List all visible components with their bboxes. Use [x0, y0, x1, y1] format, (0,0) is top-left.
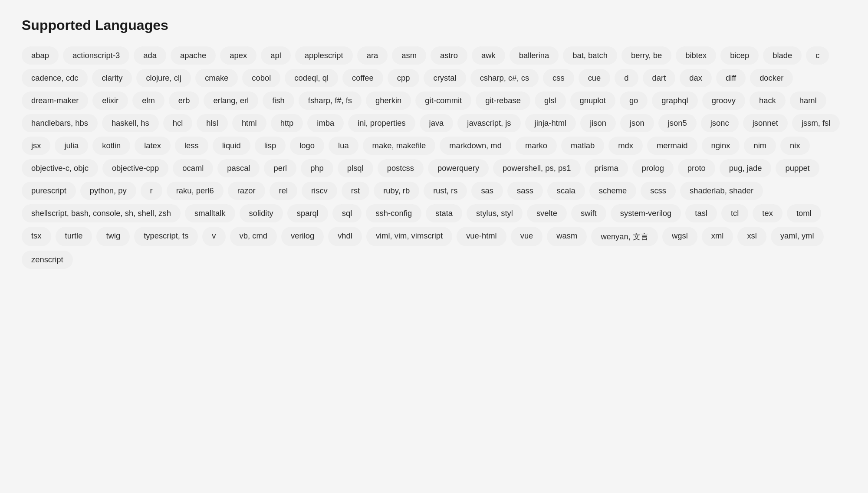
language-tag: bat, batch: [563, 46, 617, 65]
language-tag: cadence, cdc: [22, 69, 88, 87]
language-tag: jssm, fsl: [792, 114, 840, 132]
language-tag: jison: [580, 114, 616, 132]
language-tag: v: [202, 227, 225, 246]
language-tag: erlang, erl: [204, 91, 258, 110]
language-tag: http: [271, 114, 303, 132]
language-tag: twig: [96, 227, 130, 246]
language-tag: mermaid: [647, 137, 697, 155]
language-tag: solidity: [240, 204, 283, 222]
language-tag: csharp, c#, cs: [470, 69, 539, 87]
language-tag: shaderlab, shader: [680, 182, 763, 200]
language-tag: zenscript: [22, 251, 73, 269]
language-tag: objective-c, objc: [22, 159, 98, 177]
language-tag: fish: [263, 91, 294, 110]
language-tag: haskell, hs: [102, 114, 159, 132]
tags-container: abapactionscript-3adaapacheapexaplapples…: [22, 46, 846, 269]
language-tag: dax: [680, 69, 712, 87]
language-tag: svelte: [527, 204, 567, 222]
language-tag: vb, cmd: [230, 227, 277, 246]
language-tag: blade: [763, 46, 802, 65]
language-tag: purescript: [22, 182, 76, 200]
language-tag: typescript, ts: [134, 227, 198, 246]
language-tag: html: [232, 114, 266, 132]
language-tag: dream-maker: [22, 91, 88, 110]
language-tag: kotlin: [92, 137, 130, 155]
language-tag: apl: [261, 46, 291, 65]
language-tag: ssh-config: [366, 204, 421, 222]
language-tag: coffee: [342, 69, 383, 87]
language-tag: tex: [753, 204, 783, 222]
language-tag: shellscript, bash, console, sh, shell, z…: [22, 204, 181, 222]
language-tag: tsx: [22, 227, 51, 246]
language-tag: bicep: [720, 46, 759, 65]
language-tag: matlab: [561, 137, 604, 155]
language-tag: cmake: [195, 69, 238, 87]
language-tag: awk: [472, 46, 505, 65]
language-tag: fsharp, f#, fs: [299, 91, 362, 110]
language-tag: scss: [641, 182, 676, 200]
language-tag: hcl: [163, 114, 193, 132]
language-tag: docker: [750, 69, 793, 87]
language-tag: mdx: [608, 137, 643, 155]
language-tag: xml: [702, 227, 733, 246]
language-tag: json5: [658, 114, 697, 132]
language-tag: php: [301, 159, 333, 177]
language-tag: c: [806, 46, 829, 65]
language-tag: sas: [471, 182, 503, 200]
language-tag: logo: [290, 137, 324, 155]
language-tag: abap: [22, 46, 59, 65]
language-tag: liquid: [213, 137, 250, 155]
language-tag: jinja-html: [525, 114, 576, 132]
language-tag: powerquery: [428, 159, 489, 177]
language-tag: smalltalk: [185, 204, 235, 222]
language-tag: css: [543, 69, 574, 87]
language-tag: cobol: [242, 69, 280, 87]
language-tag: javascript, js: [457, 114, 520, 132]
language-tag: markdown, md: [440, 137, 511, 155]
language-tag: git-rebase: [476, 91, 530, 110]
language-tag: json: [620, 114, 654, 132]
language-tag: rust, rs: [424, 182, 467, 200]
language-tag: lua: [329, 137, 358, 155]
language-tag: clarity: [92, 69, 132, 87]
language-tag: erb: [169, 91, 200, 110]
language-tag: wgsl: [662, 227, 697, 246]
language-tag: groovy: [702, 91, 745, 110]
language-tag: diff: [716, 69, 746, 87]
language-tag: ruby, rb: [374, 182, 419, 200]
language-tag: stylus, styl: [467, 204, 523, 222]
language-tag: objective-cpp: [102, 159, 168, 177]
language-tag: glsl: [535, 91, 566, 110]
language-tag: python, py: [80, 182, 136, 200]
language-tag: wasm: [547, 227, 587, 246]
language-tag: nim: [744, 137, 776, 155]
language-tag: riscv: [302, 182, 337, 200]
language-tag: clojure, clj: [136, 69, 191, 87]
language-tag: jsx: [22, 137, 50, 155]
language-tag: graphql: [652, 91, 697, 110]
page-title: Supported Languages: [22, 17, 846, 33]
language-tag: wenyan, 文言: [591, 227, 658, 246]
language-tag: applescript: [295, 46, 353, 65]
language-tag: scala: [547, 182, 585, 200]
language-tag: ocaml: [173, 159, 213, 177]
language-tag: vue: [511, 227, 543, 246]
language-tag: asm: [392, 46, 426, 65]
language-tag: rst: [342, 182, 369, 200]
language-tag: less: [175, 137, 208, 155]
language-tag: verilog: [281, 227, 324, 246]
language-tag: puppet: [776, 159, 819, 177]
language-tag: elixir: [92, 91, 128, 110]
language-tag: haml: [790, 91, 826, 110]
language-tag: julia: [55, 137, 88, 155]
language-tag: handlebars, hbs: [22, 114, 98, 132]
language-tag: swift: [571, 204, 606, 222]
language-tag: nginx: [702, 137, 740, 155]
language-tag: go: [620, 91, 648, 110]
language-tag: vue-html: [457, 227, 506, 246]
language-tag: pug, jade: [720, 159, 772, 177]
language-tag: cpp: [388, 69, 420, 87]
language-tag: raku, perl6: [167, 182, 224, 200]
language-tag: dart: [643, 69, 676, 87]
language-tag: ada: [134, 46, 166, 65]
